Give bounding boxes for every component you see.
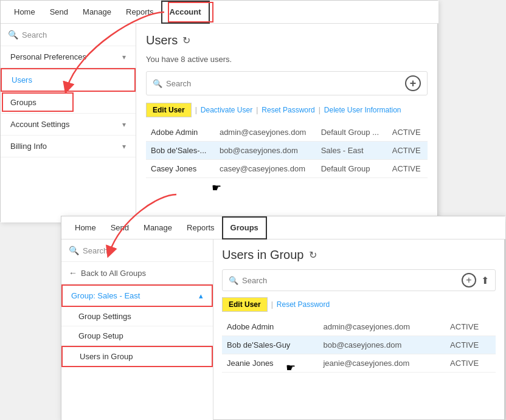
reset-password-button[interactable]: Reset Password bbox=[262, 106, 314, 114]
user-name: Bob de'Sales-... bbox=[146, 142, 215, 160]
page-title-1: Users ↻ bbox=[146, 33, 428, 47]
user-status: ACTIVE bbox=[445, 336, 496, 354]
nav-send-1[interactable]: Send bbox=[43, 1, 75, 24]
user-group: Sales - East bbox=[316, 142, 387, 160]
sidebar-1: 🔍 Search Personal Preferences ▾ Users Gr… bbox=[1, 24, 136, 222]
search-input-1[interactable] bbox=[166, 79, 401, 88]
sidebar-2: 🔍 Search ← Back to All Groups Group: Sal… bbox=[61, 239, 213, 420]
chevron-down-icon: ▾ bbox=[122, 53, 126, 61]
sidebar-search-label: Search bbox=[22, 30, 47, 40]
search-icon-2: 🔍 bbox=[69, 246, 79, 255]
group-sales-east-item[interactable]: Group: Sales - East ▴ bbox=[61, 284, 213, 307]
search-icon: 🔍 bbox=[153, 79, 162, 88]
action-buttons-2: Edit User | Reset Password bbox=[222, 297, 496, 312]
active-users-text: You have 8 active users. bbox=[146, 55, 428, 64]
user-status: ACTIVE bbox=[445, 318, 496, 336]
back-to-groups-label: Back to All Groups bbox=[81, 269, 146, 278]
top-nav-2: Home Send Manage Reports Groups bbox=[61, 216, 505, 239]
search-bar-2: 🔍 + ⬆ bbox=[222, 269, 496, 291]
table-row[interactable]: Casey Jones casey@caseyjones.dom Default… bbox=[146, 160, 428, 178]
sidebar-search-label-2: Search bbox=[83, 246, 108, 255]
delete-user-button[interactable]: Delete User Information bbox=[324, 106, 401, 114]
nav-home-1[interactable]: Home bbox=[7, 1, 43, 24]
nav-groups-2[interactable]: Groups bbox=[222, 216, 267, 239]
user-name: Casey Jones bbox=[146, 160, 215, 178]
main-content-1: Users ↻ You have 8 active users. 🔍 + Edi… bbox=[136, 24, 437, 221]
edit-user-button[interactable]: Edit User bbox=[146, 103, 192, 117]
user-email: admin@caseyjones.dom bbox=[215, 123, 316, 142]
group-settings-item[interactable]: Group Settings bbox=[61, 307, 213, 326]
nav-reports-2[interactable]: Reports bbox=[179, 216, 222, 239]
user-email: bob@caseyjones.dom bbox=[318, 336, 445, 354]
user-status: ACTIVE bbox=[387, 160, 428, 178]
users-table-2: Adobe Admin admin@caseyjones.dom ACTIVE … bbox=[222, 318, 496, 373]
group-label: Group: Sales - East bbox=[71, 291, 140, 300]
user-status: ACTIVE bbox=[445, 354, 496, 373]
deactivate-user-button[interactable]: Deactivate User bbox=[201, 106, 252, 114]
chevron-down-icon: ▾ bbox=[122, 142, 126, 151]
search-icon-2: 🔍 bbox=[229, 276, 238, 285]
user-email: bob@caseyjones.dom bbox=[215, 142, 316, 160]
chevron-up-icon: ▴ bbox=[199, 291, 203, 300]
search-bar-1: 🔍 + bbox=[146, 71, 428, 95]
nav-account-1[interactable]: Account bbox=[161, 1, 210, 24]
main-content-2: Users in Group ↻ 🔍 + ⬆ Edit User | Reset… bbox=[213, 239, 504, 419]
users-table-1: Adobe Admin admin@caseyjones.dom Default… bbox=[146, 123, 428, 178]
reset-password-button-2[interactable]: Reset Password bbox=[277, 300, 330, 309]
sidebar-item-label: Personal Preferences bbox=[10, 52, 86, 61]
user-name: Bob de'Sales-Guy bbox=[222, 336, 318, 354]
search-input-2[interactable] bbox=[242, 276, 458, 285]
table-row[interactable]: Adobe Admin admin@caseyjones.dom Default… bbox=[146, 123, 428, 142]
user-group: Default Group ... bbox=[316, 123, 387, 142]
add-user-button[interactable]: + bbox=[405, 75, 421, 91]
edit-user-button-2[interactable]: Edit User bbox=[222, 297, 268, 312]
sidebar-item-label: Billing Info bbox=[10, 142, 47, 151]
refresh-icon-2[interactable]: ↻ bbox=[309, 249, 317, 261]
search-icon: 🔍 bbox=[8, 30, 18, 40]
table-row[interactable]: Jeanie Jones jeanie@caseyjones.dom ACTIV… bbox=[222, 354, 496, 373]
nav-reports-1[interactable]: Reports bbox=[119, 1, 161, 24]
sidebar-item-account-settings[interactable]: Account Settings ▾ bbox=[1, 114, 136, 136]
window-groups: Home Send Manage Reports Groups 🔍 Search… bbox=[61, 216, 505, 420]
back-to-groups-button[interactable]: ← Back to All Groups bbox=[61, 262, 213, 284]
window-users: Home Send Manage Reports Account 🔍 Searc… bbox=[0, 0, 438, 222]
export-icon[interactable]: ⬆ bbox=[481, 275, 489, 286]
sidebar-search-1[interactable]: 🔍 Search bbox=[1, 24, 136, 46]
sidebar-item-billing-info[interactable]: Billing Info ▾ bbox=[1, 136, 136, 157]
user-name: Jeanie Jones bbox=[222, 354, 318, 373]
nav-manage-2[interactable]: Manage bbox=[136, 216, 179, 239]
user-name: Adobe Admin bbox=[146, 123, 215, 142]
nav-manage-1[interactable]: Manage bbox=[75, 1, 119, 24]
page-title-2: Users in Group ↻ bbox=[222, 248, 496, 262]
sidebar-item-groups[interactable]: Groups bbox=[1, 92, 136, 114]
nav-home-2[interactable]: Home bbox=[68, 216, 103, 239]
nav-send-2[interactable]: Send bbox=[103, 216, 136, 239]
chevron-down-icon: ▾ bbox=[122, 120, 126, 129]
top-nav-1: Home Send Manage Reports Account bbox=[1, 1, 438, 24]
sidebar-item-personal-prefs[interactable]: Personal Preferences ▾ bbox=[1, 46, 136, 68]
action-buttons-1: Edit User | Deactivate User | Reset Pass… bbox=[146, 103, 428, 117]
user-group: Default Group bbox=[316, 160, 387, 178]
user-status: ACTIVE bbox=[387, 142, 428, 160]
user-name: Adobe Admin bbox=[222, 318, 318, 336]
table-row[interactable]: Adobe Admin admin@caseyjones.dom ACTIVE bbox=[222, 318, 496, 336]
refresh-icon[interactable]: ↻ bbox=[182, 35, 190, 46]
user-email: casey@caseyjones.dom bbox=[215, 160, 316, 178]
back-arrow-icon: ← bbox=[69, 268, 77, 278]
add-user-button-2[interactable]: + bbox=[462, 273, 476, 287]
users-in-group-item[interactable]: Users in Group bbox=[61, 346, 213, 367]
sidebar-item-label: Account Settings bbox=[10, 120, 70, 129]
user-email: jeanie@caseyjones.dom bbox=[318, 354, 445, 373]
sidebar-search-2[interactable]: 🔍 Search bbox=[61, 239, 213, 262]
table-row[interactable]: Bob de'Sales-Guy bob@caseyjones.dom ACTI… bbox=[222, 336, 496, 354]
table-row[interactable]: Bob de'Sales-... bob@caseyjones.dom Sale… bbox=[146, 142, 428, 160]
user-email: admin@caseyjones.dom bbox=[318, 318, 445, 336]
user-status: ACTIVE bbox=[387, 123, 428, 142]
group-setup-item[interactable]: Group Setup bbox=[61, 326, 213, 346]
sidebar-item-users[interactable]: Users bbox=[1, 68, 136, 92]
